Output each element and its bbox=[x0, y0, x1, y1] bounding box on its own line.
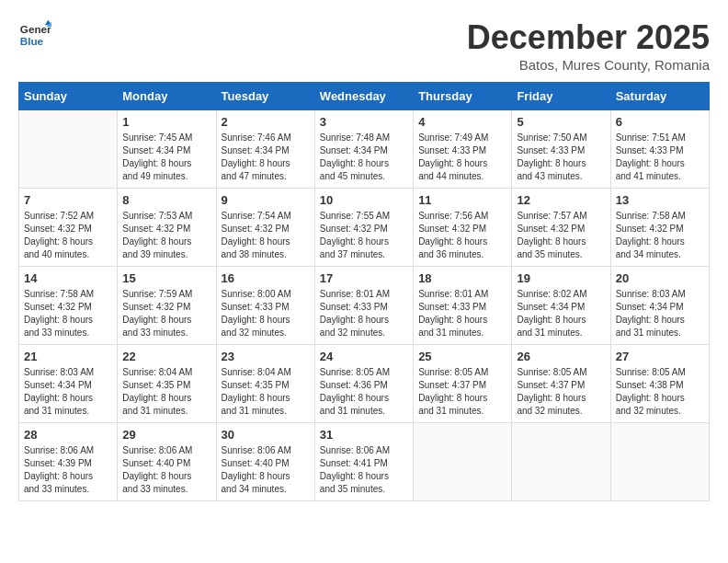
calendar-cell: 6Sunrise: 7:51 AM Sunset: 4:33 PM Daylig… bbox=[610, 110, 709, 189]
calendar-cell bbox=[414, 423, 512, 501]
calendar-cell: 1Sunrise: 7:45 AM Sunset: 4:34 PM Daylig… bbox=[118, 110, 216, 189]
title-block: December 2025 Batos, Mures County, Roman… bbox=[467, 18, 710, 73]
day-number: 4 bbox=[418, 115, 506, 129]
day-info: Sunrise: 8:06 AM Sunset: 4:40 PM Dayligh… bbox=[222, 444, 310, 496]
day-number: 19 bbox=[517, 271, 605, 285]
day-info: Sunrise: 8:01 AM Sunset: 4:33 PM Dayligh… bbox=[320, 288, 408, 339]
calendar-header-row: SundayMondayTuesdayWednesdayThursdayFrid… bbox=[19, 83, 710, 110]
calendar-table: SundayMondayTuesdayWednesdayThursdayFrid… bbox=[18, 82, 710, 501]
day-number: 18 bbox=[418, 271, 506, 285]
calendar-cell: 5Sunrise: 7:50 AM Sunset: 4:33 PM Daylig… bbox=[512, 110, 610, 189]
day-info: Sunrise: 8:06 AM Sunset: 4:39 PM Dayligh… bbox=[24, 444, 112, 496]
weekday-header: Saturday bbox=[610, 83, 709, 110]
day-number: 31 bbox=[320, 428, 408, 442]
day-info: Sunrise: 8:05 AM Sunset: 4:36 PM Dayligh… bbox=[320, 366, 408, 418]
calendar-cell: 26Sunrise: 8:05 AM Sunset: 4:37 PM Dayli… bbox=[512, 345, 610, 423]
location-subtitle: Batos, Mures County, Romania bbox=[467, 57, 710, 73]
day-number: 29 bbox=[122, 428, 210, 442]
day-info: Sunrise: 8:06 AM Sunset: 4:40 PM Dayligh… bbox=[122, 444, 210, 496]
day-number: 17 bbox=[320, 271, 408, 285]
day-number: 23 bbox=[222, 350, 310, 363]
day-info: Sunrise: 8:03 AM Sunset: 4:34 PM Dayligh… bbox=[24, 366, 112, 418]
calendar-cell bbox=[19, 110, 118, 189]
calendar-cell: 29Sunrise: 8:06 AM Sunset: 4:40 PM Dayli… bbox=[118, 423, 216, 501]
calendar-week-row: 28Sunrise: 8:06 AM Sunset: 4:39 PM Dayli… bbox=[19, 423, 710, 501]
day-number: 9 bbox=[222, 193, 310, 207]
logo-icon: General Blue bbox=[18, 18, 51, 52]
calendar-cell: 11Sunrise: 7:56 AM Sunset: 4:32 PM Dayli… bbox=[414, 189, 512, 267]
day-info: Sunrise: 7:58 AM Sunset: 4:32 PM Dayligh… bbox=[616, 210, 704, 261]
day-number: 28 bbox=[24, 428, 112, 442]
day-info: Sunrise: 8:05 AM Sunset: 4:37 PM Dayligh… bbox=[517, 366, 605, 418]
calendar-cell: 16Sunrise: 8:00 AM Sunset: 4:33 PM Dayli… bbox=[216, 267, 314, 345]
day-info: Sunrise: 8:04 AM Sunset: 4:35 PM Dayligh… bbox=[122, 366, 210, 418]
day-info: Sunrise: 8:01 AM Sunset: 4:33 PM Dayligh… bbox=[418, 288, 506, 339]
weekday-header: Monday bbox=[118, 83, 216, 110]
day-info: Sunrise: 7:51 AM Sunset: 4:33 PM Dayligh… bbox=[616, 132, 704, 183]
calendar-cell: 15Sunrise: 7:59 AM Sunset: 4:32 PM Dayli… bbox=[118, 267, 216, 345]
day-number: 25 bbox=[418, 350, 506, 363]
day-info: Sunrise: 7:54 AM Sunset: 4:32 PM Dayligh… bbox=[222, 210, 310, 261]
calendar-week-row: 21Sunrise: 8:03 AM Sunset: 4:34 PM Dayli… bbox=[19, 345, 710, 423]
day-number: 15 bbox=[122, 271, 210, 285]
day-info: Sunrise: 7:45 AM Sunset: 4:34 PM Dayligh… bbox=[122, 132, 210, 183]
calendar-cell: 4Sunrise: 7:49 AM Sunset: 4:33 PM Daylig… bbox=[414, 110, 512, 189]
calendar-cell: 7Sunrise: 7:52 AM Sunset: 4:32 PM Daylig… bbox=[19, 189, 118, 267]
calendar-cell bbox=[512, 423, 610, 501]
day-number: 27 bbox=[616, 350, 704, 363]
calendar-cell: 20Sunrise: 8:03 AM Sunset: 4:34 PM Dayli… bbox=[610, 267, 709, 345]
calendar-cell: 8Sunrise: 7:53 AM Sunset: 4:32 PM Daylig… bbox=[118, 189, 216, 267]
calendar-cell: 14Sunrise: 7:58 AM Sunset: 4:32 PM Dayli… bbox=[19, 267, 118, 345]
day-number: 6 bbox=[616, 115, 704, 129]
day-info: Sunrise: 7:46 AM Sunset: 4:34 PM Dayligh… bbox=[222, 132, 310, 183]
day-info: Sunrise: 7:49 AM Sunset: 4:33 PM Dayligh… bbox=[418, 132, 506, 183]
weekday-header: Friday bbox=[512, 83, 610, 110]
calendar-cell: 19Sunrise: 8:02 AM Sunset: 4:34 PM Dayli… bbox=[512, 267, 610, 345]
day-number: 13 bbox=[616, 193, 704, 207]
calendar-cell: 28Sunrise: 8:06 AM Sunset: 4:39 PM Dayli… bbox=[19, 423, 118, 501]
calendar-cell: 2Sunrise: 7:46 AM Sunset: 4:34 PM Daylig… bbox=[216, 110, 314, 189]
day-info: Sunrise: 8:05 AM Sunset: 4:38 PM Dayligh… bbox=[616, 366, 704, 418]
day-info: Sunrise: 7:57 AM Sunset: 4:32 PM Dayligh… bbox=[517, 210, 605, 261]
day-info: Sunrise: 7:55 AM Sunset: 4:32 PM Dayligh… bbox=[320, 210, 408, 261]
calendar-cell: 21Sunrise: 8:03 AM Sunset: 4:34 PM Dayli… bbox=[19, 345, 118, 423]
logo: General Blue bbox=[18, 18, 51, 52]
weekday-header: Tuesday bbox=[216, 83, 314, 110]
day-number: 12 bbox=[517, 193, 605, 207]
calendar-cell: 22Sunrise: 8:04 AM Sunset: 4:35 PM Dayli… bbox=[118, 345, 216, 423]
day-number: 24 bbox=[320, 350, 408, 363]
calendar-cell: 25Sunrise: 8:05 AM Sunset: 4:37 PM Dayli… bbox=[414, 345, 512, 423]
day-info: Sunrise: 8:04 AM Sunset: 4:35 PM Dayligh… bbox=[222, 366, 310, 418]
calendar-cell: 31Sunrise: 8:06 AM Sunset: 4:41 PM Dayli… bbox=[314, 423, 413, 501]
day-number: 26 bbox=[517, 350, 605, 363]
day-number: 30 bbox=[222, 428, 310, 442]
day-info: Sunrise: 7:50 AM Sunset: 4:33 PM Dayligh… bbox=[517, 132, 605, 183]
weekday-header: Sunday bbox=[19, 83, 118, 110]
day-info: Sunrise: 7:52 AM Sunset: 4:32 PM Dayligh… bbox=[24, 210, 112, 261]
calendar-cell: 24Sunrise: 8:05 AM Sunset: 4:36 PM Dayli… bbox=[314, 345, 413, 423]
calendar-cell: 18Sunrise: 8:01 AM Sunset: 4:33 PM Dayli… bbox=[414, 267, 512, 345]
day-number: 21 bbox=[24, 350, 112, 363]
day-info: Sunrise: 7:53 AM Sunset: 4:32 PM Dayligh… bbox=[122, 210, 210, 261]
day-number: 3 bbox=[320, 115, 408, 129]
weekday-header: Thursday bbox=[414, 83, 512, 110]
calendar-week-row: 14Sunrise: 7:58 AM Sunset: 4:32 PM Dayli… bbox=[19, 267, 710, 345]
page-header: General Blue December 2025 Batos, Mures … bbox=[18, 18, 710, 73]
calendar-cell: 27Sunrise: 8:05 AM Sunset: 4:38 PM Dayli… bbox=[610, 345, 709, 423]
svg-text:Blue: Blue bbox=[20, 35, 44, 47]
day-info: Sunrise: 8:05 AM Sunset: 4:37 PM Dayligh… bbox=[418, 366, 506, 418]
day-info: Sunrise: 7:59 AM Sunset: 4:32 PM Dayligh… bbox=[122, 288, 210, 339]
day-info: Sunrise: 8:03 AM Sunset: 4:34 PM Dayligh… bbox=[616, 288, 704, 339]
calendar-cell bbox=[610, 423, 709, 501]
calendar-cell: 13Sunrise: 7:58 AM Sunset: 4:32 PM Dayli… bbox=[610, 189, 709, 267]
day-number: 11 bbox=[418, 193, 506, 207]
day-number: 7 bbox=[24, 193, 112, 207]
day-info: Sunrise: 7:56 AM Sunset: 4:32 PM Dayligh… bbox=[418, 210, 506, 261]
calendar-cell: 17Sunrise: 8:01 AM Sunset: 4:33 PM Dayli… bbox=[314, 267, 413, 345]
day-info: Sunrise: 7:48 AM Sunset: 4:34 PM Dayligh… bbox=[320, 132, 408, 183]
day-info: Sunrise: 8:06 AM Sunset: 4:41 PM Dayligh… bbox=[320, 444, 408, 496]
day-info: Sunrise: 8:00 AM Sunset: 4:33 PM Dayligh… bbox=[222, 288, 310, 339]
month-title: December 2025 bbox=[467, 18, 710, 57]
day-info: Sunrise: 8:02 AM Sunset: 4:34 PM Dayligh… bbox=[517, 288, 605, 339]
calendar-cell: 23Sunrise: 8:04 AM Sunset: 4:35 PM Dayli… bbox=[216, 345, 314, 423]
